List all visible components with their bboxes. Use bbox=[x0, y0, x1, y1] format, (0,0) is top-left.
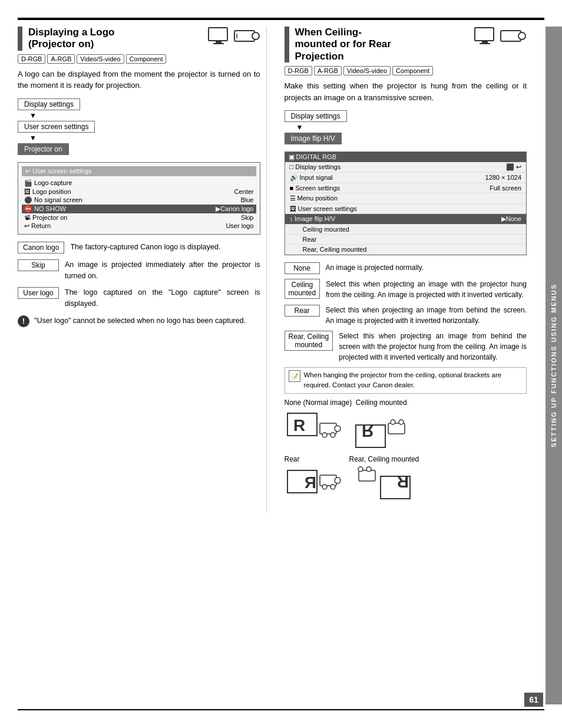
row-value: ▶None bbox=[501, 215, 521, 223]
diagrams-top-label: None (Normal image) Ceiling mounted bbox=[285, 398, 527, 407]
row-label: ☰ Menu position bbox=[290, 195, 338, 202]
bottom-diagrams: R bbox=[285, 466, 527, 508]
tag-user-logo: User logo bbox=[18, 287, 59, 299]
title-area: Displaying a Logo(Projector on) bbox=[28, 27, 201, 51]
screen-title-text: ▣ DIGITAL RGB bbox=[289, 153, 337, 161]
badge-component: Component bbox=[126, 54, 167, 64]
tag-canon-logo: Canon logo bbox=[18, 242, 64, 253]
right-icons bbox=[474, 27, 527, 45]
note-box-icon: 📝 bbox=[289, 370, 300, 382]
right-nav-arrow: ▼ bbox=[285, 123, 303, 131]
svg-rect-6 bbox=[475, 28, 494, 41]
svg-rect-9 bbox=[501, 31, 521, 41]
nav-arrow-2: ▼ bbox=[18, 134, 37, 142]
badge-argb: A-RGB bbox=[47, 54, 75, 64]
top-diagrams: R R bbox=[285, 410, 527, 450]
note-text: "User logo" cannot be selected when no l… bbox=[34, 315, 246, 327]
screen-row-menu: ☰ Menu position bbox=[285, 193, 527, 204]
tag-rear: Rear bbox=[285, 305, 320, 317]
right-accent-bar bbox=[285, 27, 289, 62]
two-column-layout: Displaying a Logo(Projector on) bbox=[18, 27, 527, 513]
svg-point-10 bbox=[518, 32, 525, 39]
svg-rect-2 bbox=[213, 43, 224, 44]
right-badge-video: Video/S-video bbox=[343, 66, 391, 75]
badge-video: Video/S-video bbox=[77, 54, 124, 64]
sim-row-logo-pos: 🖼 Logo positionCenter bbox=[22, 187, 256, 196]
svg-point-4 bbox=[252, 32, 259, 39]
row-value: ⬛ ↩ bbox=[506, 163, 521, 171]
desc-skip: An image is projected immediately after … bbox=[65, 259, 260, 282]
screen-row-ceiling: Ceiling mounted bbox=[285, 225, 527, 235]
left-column: Displaying a Logo(Projector on) bbox=[18, 27, 267, 513]
screen-row-flip: ↕ Image flip H/V ▶None bbox=[285, 214, 527, 225]
sim-row-no-show: ⛔ NO SHOW▶Canon logo bbox=[22, 205, 256, 213]
right-title-area: When Ceiling-mounted or for RearProjecti… bbox=[295, 27, 468, 62]
note-box-text: When hanging the projector from the ceil… bbox=[304, 370, 523, 391]
sidebar-label: SETTING UP FUNCTIONS USING MENUS bbox=[546, 27, 562, 704]
screen-row-screen: ■ Screen settings Full screen bbox=[285, 183, 527, 193]
screen-sim-header: ↩ User screen settings bbox=[22, 166, 256, 176]
svg-point-29 bbox=[358, 467, 363, 472]
svg-point-20 bbox=[391, 420, 395, 424]
right-badges: D-RGB A-RGB Video/S-video Component bbox=[285, 66, 527, 75]
right-badge-argb: A-RGB bbox=[314, 66, 342, 75]
screen-row-user: 🖼 User screen settings bbox=[285, 204, 527, 214]
svg-rect-28 bbox=[359, 470, 375, 481]
sim-row-projector-on: 📽 Projector onSkip bbox=[22, 213, 256, 222]
label-rear-ceiling: Rear, Ceiling mounted bbox=[349, 455, 419, 463]
svg-text:R: R bbox=[304, 473, 316, 492]
screen-row-rear-ceiling: Rear, Ceiling mounted bbox=[285, 245, 527, 255]
svg-rect-3 bbox=[234, 31, 254, 41]
right-badge-component: Component bbox=[392, 66, 433, 75]
bottom-labels: Rear Rear, Ceiling mounted bbox=[285, 455, 527, 463]
svg-rect-8 bbox=[480, 43, 490, 44]
sim-row-return: ↩ ReturnUser logo bbox=[22, 222, 256, 230]
desc-user-logo: The logo captured on the "Logo capture" … bbox=[65, 287, 260, 309]
text-none: An image is projected normally. bbox=[326, 262, 424, 273]
svg-text:R: R bbox=[293, 416, 305, 434]
row-label: 🔊 Input signal bbox=[290, 174, 333, 182]
svg-point-14 bbox=[335, 426, 340, 431]
rear-ceiling-svg: R bbox=[356, 466, 418, 508]
svg-rect-13 bbox=[320, 423, 336, 434]
left-body-text: A logo can be displayed from the moment … bbox=[18, 68, 260, 91]
svg-point-30 bbox=[366, 467, 371, 472]
svg-rect-1 bbox=[216, 41, 222, 43]
svg-point-26 bbox=[322, 485, 327, 489]
left-screen-sim: ↩ User screen settings 🎬 Logo capture 🖼 … bbox=[18, 162, 260, 235]
rear-svg: R bbox=[285, 466, 346, 508]
left-badges: D-RGB A-RGB Video/S-video Component bbox=[18, 54, 260, 64]
desc-rear-ceiling: Rear, Ceilingmounted Select this when pr… bbox=[285, 331, 527, 363]
svg-point-21 bbox=[399, 420, 404, 424]
right-column: When Ceiling-mounted or for RearProjecti… bbox=[279, 27, 527, 513]
row-label: Rear, Ceiling mounted bbox=[303, 246, 367, 253]
left-section-header: Displaying a Logo(Projector on) bbox=[18, 27, 260, 51]
desc-ceiling: Ceilingmounted Select this when projecti… bbox=[285, 279, 527, 300]
screen-row-rear: Rear bbox=[285, 235, 527, 245]
bottom-border bbox=[18, 709, 544, 710]
normal-svg: R bbox=[285, 410, 343, 450]
right-projector-icon bbox=[500, 28, 527, 44]
note-box: 📝 When hanging the projector from the ce… bbox=[285, 367, 527, 394]
svg-point-16 bbox=[330, 433, 335, 437]
right-nav-image-flip: Image flip H/V bbox=[285, 133, 342, 144]
note-block: ! "User logo" cannot be selected when no… bbox=[18, 315, 260, 327]
left-section-title: Displaying a Logo(Projector on) bbox=[28, 27, 201, 51]
right-screen-sim: ▣ DIGITAL RGB □ Display settings ⬛ ↩ 🔊 I… bbox=[285, 151, 527, 255]
page-number: 61 bbox=[524, 693, 543, 707]
top-border bbox=[18, 18, 544, 20]
desc-rear: Rear Select this when projecting an imag… bbox=[285, 305, 527, 326]
text-rear-ceiling: Select this when projecting an image fro… bbox=[339, 331, 527, 363]
desc-table: None An image is projected normally. Cei… bbox=[285, 262, 527, 363]
tag-skip: Skip bbox=[18, 259, 59, 271]
svg-rect-0 bbox=[209, 28, 227, 41]
note-icon: ! bbox=[18, 315, 29, 327]
monitor-icon bbox=[207, 27, 230, 45]
row-value: 1280 × 1024 bbox=[485, 174, 521, 182]
diagram-rear-ceiling: R bbox=[356, 466, 418, 508]
tag-rear-ceiling: Rear, Ceilingmounted bbox=[285, 331, 333, 351]
nav-arrow-1: ▼ bbox=[18, 111, 37, 120]
svg-point-15 bbox=[322, 433, 327, 437]
sidebar-text: SETTING UP FUNCTIONS USING MENUS bbox=[550, 284, 557, 447]
right-section-header: When Ceiling-mounted or for RearProjecti… bbox=[285, 27, 527, 62]
